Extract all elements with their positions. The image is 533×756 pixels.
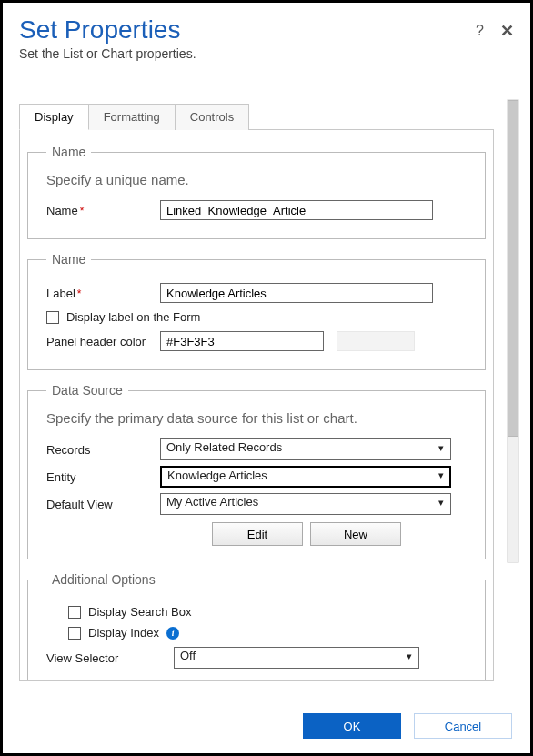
group-additional-options: Additional Options Display Search Box Di… <box>27 572 486 681</box>
tab-display[interactable]: Display <box>19 104 89 130</box>
entity-select[interactable]: Knowledge Articles <box>160 466 451 488</box>
new-button[interactable]: New <box>310 522 401 546</box>
label-label: Label* <box>46 287 160 300</box>
tab-controls[interactable]: Controls <box>176 104 249 130</box>
display-search-text: Display Search Box <box>88 605 191 619</box>
default-view-label: Default View <box>46 498 160 511</box>
name-input[interactable] <box>160 200 433 220</box>
default-view-select[interactable]: My Active Articles <box>160 493 451 515</box>
group-label: Name Label* Display label on the Form Pa… <box>27 252 486 370</box>
panel-color-swatch <box>337 331 415 351</box>
entity-label: Entity <box>46 470 160 484</box>
display-index-text: Display Index <box>88 626 159 640</box>
display-label-text: Display label on the Form <box>66 310 200 324</box>
group-name-legend: Name <box>46 145 91 159</box>
view-selector-select[interactable]: Off <box>174 647 419 669</box>
dialog-title: Set Properties <box>19 15 514 45</box>
group-data-source-legend: Data Source <box>46 383 128 398</box>
view-selector-label: View Selector <box>46 651 174 665</box>
records-select[interactable]: Only Related Records <box>160 438 451 460</box>
info-icon[interactable]: i <box>166 627 179 640</box>
scrollbar-thumb[interactable] <box>508 100 518 437</box>
edit-button[interactable]: Edit <box>212 522 303 546</box>
name-label: Name* <box>46 204 160 217</box>
group-name-hint: Specify a unique name. <box>46 172 467 187</box>
cancel-button[interactable]: Cancel <box>414 713 512 739</box>
panel-color-input[interactable] <box>160 331 324 351</box>
label-input[interactable] <box>160 283 433 303</box>
display-index-checkbox[interactable] <box>68 627 81 640</box>
vertical-scrollbar[interactable] <box>507 99 519 563</box>
group-additional-legend: Additional Options <box>46 572 161 587</box>
group-label-legend: Name <box>46 252 91 267</box>
display-label-checkbox[interactable] <box>46 311 59 324</box>
help-icon[interactable]: ? <box>476 23 484 39</box>
display-search-checkbox[interactable] <box>68 606 81 619</box>
panel-color-label: Panel header color <box>46 335 160 348</box>
close-icon[interactable]: ✕ <box>500 21 514 41</box>
tab-formatting[interactable]: Formatting <box>89 104 176 130</box>
dialog-subtitle: Set the List or Chart properties. <box>19 46 514 61</box>
records-label: Records <box>46 443 160 457</box>
ok-button[interactable]: OK <box>303 713 401 739</box>
group-data-source: Data Source Specify the primary data sou… <box>27 383 486 559</box>
group-name: Name Specify a unique name. Name* <box>27 145 486 239</box>
group-data-source-hint: Specify the primary data source for this… <box>46 410 467 426</box>
